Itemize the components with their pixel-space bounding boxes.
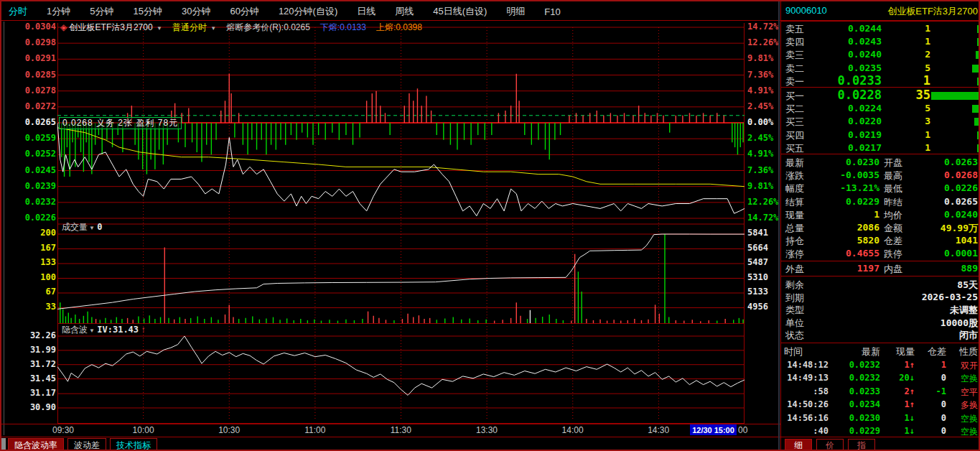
tab-细[interactable]: 细 [785, 439, 812, 451]
tape-price: 0.0232 [830, 373, 880, 383]
book-qty-bar [976, 51, 979, 59]
flow-row: 外盘1197内盘889 [781, 263, 980, 275]
book-price: 0.0224 [848, 103, 882, 113]
tab-价[interactable]: 价 [816, 439, 844, 451]
tape-price: 0.0233 [830, 386, 880, 396]
tab-波动差[interactable]: 波动差 [67, 438, 106, 451]
divider [781, 154, 980, 154]
tab-指[interactable]: 指 [848, 439, 875, 451]
menu-item-1分钟[interactable]: 1分钟 [47, 5, 70, 18]
book-qty-bar [974, 118, 979, 126]
book-row-买一[interactable]: 买一0.022835 [781, 90, 980, 103]
menu-item-120分钟(自设)[interactable]: 120分钟(自设) [279, 5, 337, 18]
time-axis-label: 13:30 [476, 425, 498, 435]
tape-oi-change: 0 [916, 426, 946, 436]
book-price: 0.0243 [848, 36, 882, 47]
menu-item-45日线(自设)[interactable]: 45日线(自设) [433, 5, 487, 18]
tape-volume: 1↓ [882, 426, 915, 436]
trading-terminal: 分时1分钟5分钟15分钟30分钟60分钟120分钟(自设)日线周线45日线(自设… [0, 0, 980, 451]
book-row-买二[interactable]: 买二0.02245 [781, 103, 980, 116]
chart-mode-select[interactable]: 普通分时 ▼ [172, 22, 216, 34]
period-menu: 分时1分钟5分钟15分钟30分钟60分钟120分钟(自设)日线周线45日线(自设… [9, 4, 780, 19]
chart-canvas[interactable] [57, 22, 745, 424]
menu-item-15分钟[interactable]: 15分钟 [133, 5, 162, 18]
percent-axis-tick: 14.72% [747, 22, 780, 32]
volume-indicator-selector[interactable]: 成交量▼ 0 [62, 221, 103, 233]
tape-header-cell: 仓差 [916, 345, 946, 358]
stats-row: 最新0.0230开盘0.0263 [781, 157, 980, 169]
menu-item-F10[interactable]: F10 [544, 6, 560, 17]
iv-current-value: IV:31.43 [97, 325, 139, 335]
stat-value: 2086 [781, 222, 879, 233]
stat-value: 0.0268 [944, 169, 978, 180]
percent-axis-tick: 7.36% [747, 166, 780, 175]
menu-item-60分钟[interactable]: 60分钟 [230, 5, 258, 18]
menu-item-分时[interactable]: 分时 [9, 5, 27, 18]
left-frame-line [4, 22, 4, 435]
quote-panel: 90006010创业板ETF沽3月2700卖五0.02441卖四0.02431卖… [780, 1, 980, 450]
book-qty-bar [977, 38, 979, 46]
book-row-卖四[interactable]: 卖四0.02431 [781, 36, 980, 49]
book-qty-bar [977, 131, 979, 139]
stat-label: 仓差 [884, 235, 902, 248]
instrument-title[interactable]: ◈ 创业板ETF沽3月2700 ▼ [60, 22, 162, 34]
book-level-label: 卖四 [785, 36, 804, 49]
book-qty: 2 [925, 49, 930, 60]
resize-grip[interactable] [1, 438, 6, 450]
panel-divider [778, 1, 780, 450]
book-qty: 1 [925, 129, 930, 140]
book-qty: 1 [925, 142, 930, 153]
chevron-down-icon: ▼ [157, 25, 162, 32]
stat-value: 0.0229 [781, 196, 879, 207]
contract-label: 到期 [785, 292, 804, 304]
stats-row: 涨跌-0.0035最高0.0268 [781, 169, 980, 182]
tape-volume: 1↓ [882, 413, 915, 423]
tab-隐含波动率[interactable]: 隐含波动率 [8, 438, 64, 451]
x-axis-line [1, 424, 780, 424]
stat-label: 金额 [884, 222, 902, 235]
menu-item-周线[interactable]: 周线 [395, 5, 414, 18]
chart-header: ◈ 创业板ETF沽3月2700 ▼ 普通分时 ▼ 熔断参考价(R):0.0265… [60, 22, 422, 33]
menu-item-明细[interactable]: 明细 [506, 5, 525, 18]
price-axis-tick: 0.0291 [23, 54, 56, 63]
stat-value: -13.21% [781, 182, 879, 193]
stat-label: 最高 [884, 169, 902, 182]
book-qty: 3 [925, 116, 930, 126]
price-axis-tick: 0.0245 [23, 166, 56, 175]
iv-up-arrow-icon: ↑ [141, 325, 145, 335]
book-row-卖五[interactable]: 卖五0.02441 [781, 23, 980, 36]
indicator-tabs: 隐含波动率波动差技术指标 [8, 438, 157, 451]
fuse-reference-price: 熔断参考价(R):0.0265 [226, 22, 310, 34]
book-price: 0.0228 [838, 88, 882, 102]
book-row-买四[interactable]: 买四0.02191 [781, 129, 980, 142]
book-price: 0.0219 [848, 129, 882, 140]
stat-label: 均价 [884, 209, 902, 222]
stat-value: 0.4655 [781, 248, 879, 259]
percent-axis-tick: 2.45% [747, 102, 780, 111]
date-highlight-box[interactable]: 12/30 15:00 [690, 424, 737, 435]
tape-nature: 多换 [948, 399, 978, 412]
position-cost-annotation[interactable]: 0.0268 义务 2张 盈利 78元 [59, 117, 182, 129]
menu-item-5分钟[interactable]: 5分钟 [90, 5, 113, 18]
book-qty-bar [977, 25, 979, 33]
percent-axis-tick: 0.00% [747, 118, 780, 127]
contract-label: 剩余 [785, 279, 804, 292]
tape-nature: 空换 [948, 373, 978, 385]
volume-axis-tick: 200 [23, 228, 56, 238]
book-row-买三[interactable]: 买三0.02203 [781, 116, 980, 129]
stat-label: 昨结 [884, 196, 902, 209]
book-qty-bar [977, 78, 979, 85]
menu-item-30分钟[interactable]: 30分钟 [182, 5, 210, 18]
oi-axis-tick: 5841 [747, 228, 780, 238]
iv-axis-tick: 31.99 [23, 345, 56, 355]
iv-indicator-selector[interactable]: 隐含波▼ IV:31.43 ↑ [62, 324, 145, 336]
tab-技术指标[interactable]: 技术指标 [110, 438, 157, 451]
time-axis-label: 10:30 [218, 425, 240, 435]
book-row-卖三[interactable]: 卖三0.02402 [781, 49, 980, 62]
book-level-label: 买二 [785, 103, 804, 116]
divider [781, 343, 980, 343]
tape-oi-change: 0 [916, 399, 946, 409]
menu-item-日线[interactable]: 日线 [357, 5, 375, 18]
tape-volume: 1↑ [882, 399, 915, 409]
fuse-upper-limit: 上熔:0.0398 [376, 22, 422, 34]
